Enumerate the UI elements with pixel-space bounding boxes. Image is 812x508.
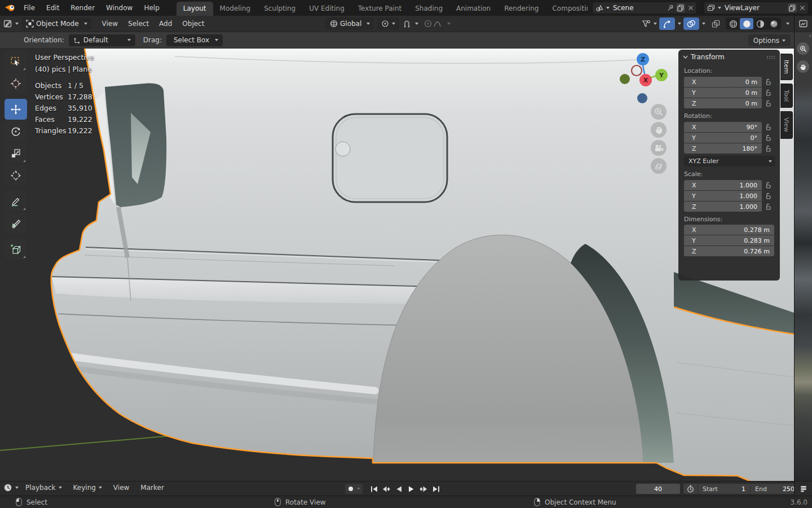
drag-mode-dropdown[interactable]: Select Box [166,34,223,46]
mode-dropdown[interactable]: Object Mode [22,17,91,30]
location-z-field[interactable]: Z0 m [684,98,762,108]
collapse-chevron-icon[interactable] [683,55,688,59]
lock-icon[interactable] [765,87,771,98]
new-scene-icon[interactable] [676,3,685,12]
timeline-menu-keying[interactable]: Keying [69,484,107,492]
end-frame-field[interactable]: End250 [751,484,799,494]
location-x-field[interactable]: X0 m [684,77,762,87]
menu-add[interactable]: Add [154,20,177,28]
navigation-gizmo[interactable]: Z Y X [614,50,670,106]
menu-edit[interactable]: Edit [41,2,65,14]
next-keyframe-button[interactable] [418,484,429,494]
xray-toggle[interactable] [708,17,723,30]
current-frame-field[interactable]: 40 [636,484,680,494]
lock-icon[interactable] [765,179,771,190]
rotation-x-field[interactable]: X90° [684,122,762,132]
viewport-canvas[interactable] [0,49,794,481]
timeline-menu-view[interactable]: View [109,484,134,492]
shading-material-toggle[interactable] [753,18,767,29]
location-y-field[interactable]: Y0 m [684,87,762,98]
dimensions-y-field[interactable]: Y0.283 m [684,235,774,246]
menu-view[interactable]: View [97,20,123,28]
lock-icon[interactable] [765,76,771,87]
dimensions-x-field[interactable]: X0.278 m [684,225,774,235]
pin-icon[interactable] [667,5,674,11]
tab-uv-editing[interactable]: UV Editing [302,2,351,16]
strip-pan-button[interactable] [797,60,809,73]
rotation-z-field[interactable]: Z180° [684,143,762,154]
scale-z-field[interactable]: Z1.000 [684,202,762,212]
timeline-editor-type-dropdown[interactable] [3,483,19,492]
lock-icon[interactable] [765,132,771,143]
tool-measure[interactable] [5,213,27,234]
shading-rendered-toggle[interactable] [767,18,780,29]
pivot-point-dropdown[interactable] [377,17,399,30]
menu-file[interactable]: File [18,2,41,14]
strip-zoom-button[interactable] [797,42,809,55]
axis-z-handle[interactable]: Z [637,53,649,65]
dimensions-z-field[interactable]: Z0.726 m [684,246,774,256]
menu-help[interactable]: Help [138,2,165,14]
tab-shading[interactable]: Shading [408,2,449,16]
timeline-menu-marker[interactable]: Marker [136,484,168,492]
play-button[interactable] [405,484,417,494]
sidebar-tab-view[interactable]: View [780,111,793,138]
axis-neg-x-handle[interactable] [632,65,642,76]
tab-texture-paint[interactable]: Texture Paint [351,2,408,16]
panel-grip-icon[interactable] [766,55,775,59]
new-viewlayer-icon[interactable] [788,3,797,12]
tool-rotate[interactable] [5,121,27,142]
use-preview-range-toggle[interactable] [683,484,698,494]
lock-icon[interactable] [765,201,771,212]
tool-scale[interactable] [5,143,27,164]
viewlayer-selector[interactable]: ViewLayer [704,2,809,14]
side-editor-header[interactable] [795,16,812,32]
editor-type-dropdown[interactable] [3,19,19,28]
shading-wireframe-toggle[interactable] [726,18,740,29]
rotation-mode-dropdown[interactable]: XYZ Euler [684,156,775,167]
tab-animation[interactable]: Animation [449,2,497,16]
previous-keyframe-button[interactable] [381,484,392,494]
menu-window[interactable]: Window [100,2,138,14]
shading-solid-toggle[interactable] [740,18,753,29]
start-frame-field[interactable]: Start1 [698,484,750,494]
scale-y-field[interactable]: Y1.000 [684,191,762,201]
jump-to-start-button[interactable] [368,484,379,494]
show-gizmos-toggle[interactable] [659,17,675,30]
tool-cursor[interactable] [5,73,27,94]
lock-icon[interactable] [765,143,771,154]
tab-modeling[interactable]: Modeling [213,2,258,16]
show-overlays-toggle[interactable] [683,17,699,30]
proportional-edit-controls[interactable] [424,20,451,28]
remove-viewlayer-icon[interactable] [800,5,805,11]
side-editor-footer[interactable] [795,481,812,496]
tool-move[interactable] [5,99,27,120]
tab-rendering[interactable]: Rendering [497,2,545,16]
object-visibility-dropdown[interactable] [642,19,657,28]
tab-sculpting[interactable]: Sculpting [257,2,302,16]
sidebar-tab-tool[interactable]: Tool [780,84,793,108]
axis-x-handle[interactable]: X [639,74,652,86]
proportional-edit-icon[interactable] [424,20,432,28]
scale-x-field[interactable]: X1.000 [684,180,762,190]
jump-to-end-button[interactable] [430,484,442,494]
zoom-button[interactable] [651,104,667,120]
tool-transform[interactable] [5,165,27,186]
snap-magnet-icon[interactable] [403,20,411,28]
tool-orientation-dropdown[interactable]: Default [69,34,135,46]
lock-icon[interactable] [765,190,771,201]
pan-button[interactable] [651,122,667,138]
snapping-controls[interactable] [403,20,418,28]
options-dropdown[interactable]: Options [748,34,791,46]
collapse-left-icon[interactable]: ‹ [809,32,811,40]
menu-render[interactable]: Render [65,2,100,14]
perspective-toggle-button[interactable] [651,158,667,174]
blender-logo-icon[interactable] [5,4,16,12]
scene-selector[interactable]: Scene [592,2,697,14]
transform-orientation-dropdown[interactable]: Global [326,17,374,30]
play-reverse-button[interactable] [393,484,404,494]
auto-keying-toggle[interactable] [345,484,363,494]
axis-y-handle[interactable]: Y [655,69,668,81]
lock-icon[interactable] [765,98,771,108]
menu-select[interactable]: Select [123,20,154,28]
